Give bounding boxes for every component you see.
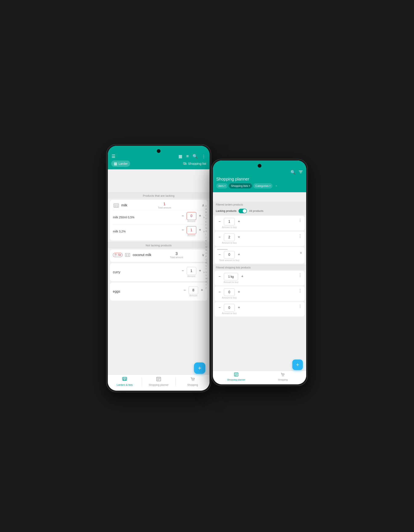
right-nav-planner[interactable]: Shopping planner: [213, 372, 259, 381]
sp1-plus[interactable]: +: [240, 274, 245, 279]
right-add-fab[interactable]: +: [292, 360, 303, 370]
search-icon[interactable]: 🔍: [193, 154, 198, 159]
add-fab[interactable]: +: [194, 362, 205, 374]
sp1-more[interactable]: ⋮: [298, 273, 302, 277]
alpha-g[interactable]: G: [205, 227, 207, 230]
milk-chevron-up[interactable]: ∧: [202, 203, 204, 208]
nav-larder-label: Larders & lists: [117, 383, 133, 386]
alpha-d[interactable]: D: [205, 217, 207, 220]
lacking-toggle[interactable]: [239, 209, 247, 213]
right-scroll-area: Filtered larders products Lacking produc…: [213, 201, 306, 370]
rp3-input[interactable]: 0: [224, 251, 235, 258]
milk32-plus[interactable]: +: [198, 228, 202, 232]
sp2-input[interactable]: 0: [224, 288, 235, 296]
nav-larder-lists[interactable]: Larders & lists: [108, 377, 142, 386]
alpha-z[interactable]: Z: [205, 287, 207, 290]
eggs-plus[interactable]: +: [199, 288, 204, 292]
product-card-milk: milk 1 Total amount ∧ milk 250ml 0,5%: [110, 200, 207, 240]
right-filter-icon[interactable]: [299, 170, 303, 175]
right-tab-categories[interactable]: Categories ▾: [253, 183, 273, 189]
curry-input[interactable]: 1: [187, 267, 196, 275]
svg-rect-11: [123, 378, 124, 379]
menu-icon[interactable]: ☰: [111, 154, 115, 159]
alpha-c[interactable]: C: [205, 214, 207, 217]
sp3-minus[interactable]: −: [217, 305, 222, 310]
alpha-l[interactable]: L: [205, 243, 207, 246]
curry-plus[interactable]: +: [198, 269, 202, 273]
sp2-plus[interactable]: +: [236, 290, 241, 294]
milk32-input[interactable]: 1: [187, 226, 196, 234]
right-product-2: − 2 + Amount to buy ⋮: [215, 231, 304, 246]
milk250-input[interactable]: 0: [187, 212, 196, 220]
right-search-icon[interactable]: 🔍: [290, 170, 296, 175]
tab-categories-label: Categories: [255, 184, 268, 187]
sp3-more[interactable]: ⋮: [298, 304, 302, 309]
rp3-minus[interactable]: −: [217, 252, 222, 257]
alpha-j[interactable]: J: [205, 236, 207, 239]
right-filter-header: Filtered larders products: [213, 201, 306, 207]
right-header-icons: 🔍: [216, 170, 303, 175]
sp3-plus[interactable]: +: [236, 305, 241, 310]
milk32-minus[interactable]: −: [180, 228, 185, 232]
alpha-s[interactable]: S: [205, 265, 207, 267]
eggs-minus[interactable]: −: [182, 288, 187, 292]
milk250-minus[interactable]: −: [180, 214, 185, 218]
more-icon[interactable]: ⋮: [202, 154, 206, 159]
coconut-chevron-down[interactable]: ∨: [202, 253, 204, 257]
rp3-chevron[interactable]: ∨: [300, 251, 302, 254]
alpha-x[interactable]: X: [205, 280, 207, 283]
rp3-plus[interactable]: +: [236, 252, 241, 257]
right-next-arrow[interactable]: ›: [274, 183, 278, 188]
alpha-w[interactable]: W: [205, 277, 207, 280]
rp2-minus[interactable]: −: [217, 235, 222, 239]
alpha-k[interactable]: K: [205, 239, 207, 242]
alpha-h[interactable]: H: [205, 230, 207, 233]
eggs-input[interactable]: 8: [189, 286, 198, 294]
nav-shopping[interactable]: Shopping: [176, 377, 210, 386]
right-tab-shopping-lists[interactable]: Shopping lists ▾: [229, 183, 252, 189]
curry-stepper-wrap: − 1 + Amount: [180, 267, 202, 277]
alpha-u[interactable]: U: [205, 271, 207, 274]
curry-arrow[interactable]: ›: [203, 270, 204, 274]
alpha-p[interactable]: P: [205, 255, 207, 258]
alpha-f[interactable]: F: [205, 224, 207, 227]
right-nav-shopping[interactable]: Shopping: [259, 372, 306, 381]
rp1-input[interactable]: 1: [224, 218, 235, 226]
rp1-more[interactable]: ⋮: [298, 218, 302, 223]
sp1-input[interactable]: 1 kg: [224, 273, 238, 280]
alpha-r[interactable]: R: [205, 261, 207, 265]
milk32-arrow[interactable]: ›: [203, 229, 204, 233]
sp3-input[interactable]: 0: [224, 304, 235, 312]
alpha-q[interactable]: Q: [205, 258, 207, 261]
sp2-minus[interactable]: −: [217, 290, 222, 294]
alpha-e[interactable]: E: [205, 220, 207, 223]
alpha-i[interactable]: I: [205, 233, 207, 236]
milk250-plus[interactable]: +: [198, 214, 202, 218]
rp1-plus[interactable]: +: [236, 219, 241, 224]
rp2-input[interactable]: 2: [224, 234, 235, 241]
alpha-hash[interactable]: #: [205, 205, 207, 208]
sp1-minus[interactable]: −: [217, 274, 222, 279]
tab-shopping[interactable]: 🛍 Shopping list: [183, 161, 206, 166]
rp2-more[interactable]: ⋮: [298, 234, 302, 238]
milk250-stepper-wrap: − 0 + Amount: [180, 212, 202, 223]
alpha-n[interactable]: N: [205, 249, 207, 252]
filter-icon[interactable]: ≡: [186, 154, 189, 159]
alpha-m[interactable]: M: [205, 246, 207, 249]
alpha-t[interactable]: T: [205, 268, 207, 271]
alpha-v[interactable]: V: [205, 274, 207, 277]
alpha-o[interactable]: O: [205, 252, 207, 255]
nav-shopping-planner[interactable]: Shopping planner: [142, 377, 176, 386]
rp2-plus[interactable]: +: [236, 235, 241, 239]
milk250-arrow[interactable]: ›: [203, 215, 204, 219]
curry-minus[interactable]: −: [180, 269, 185, 273]
alpha-a[interactable]: A: [205, 208, 207, 211]
sp2-more[interactable]: ⋮: [298, 288, 302, 293]
tab-larder[interactable]: ▦ Larder: [111, 161, 130, 167]
right-tab-larders[interactable]: ders ▾: [216, 183, 228, 189]
curry-name: curry: [113, 270, 180, 274]
alpha-y[interactable]: Y: [205, 284, 207, 286]
rp1-minus[interactable]: −: [217, 219, 222, 224]
barcode-icon[interactable]: ▦: [178, 154, 182, 159]
alpha-b[interactable]: B: [205, 211, 207, 214]
